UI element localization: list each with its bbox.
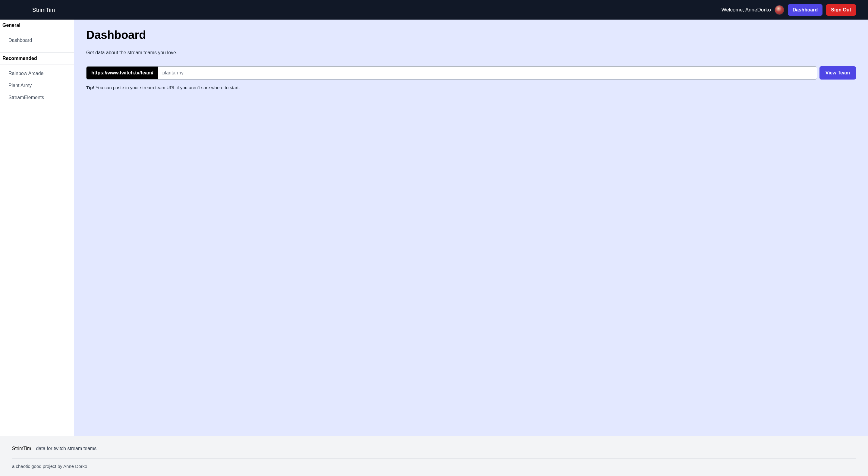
footer: StrimTim data for twitch stream teams a …: [0, 436, 868, 476]
topbar: StrimTim Welcome, AnneDorko Dashboard Si…: [0, 0, 868, 20]
page-subtitle: Get data about the stream teams you love…: [86, 50, 856, 56]
sidebar-items-general: Dashboard: [0, 31, 74, 53]
tip-body: You can paste in your stream team URL if…: [94, 85, 240, 90]
sidebar-item-rainbow-arcade[interactable]: Rainbow Arcade: [0, 67, 74, 80]
avatar[interactable]: [775, 5, 784, 15]
team-slug-input[interactable]: [158, 67, 817, 79]
username: AnneDorko: [745, 7, 771, 13]
sidebar: General Dashboard Recommended Rainbow Ar…: [0, 20, 74, 436]
footer-top: StrimTim data for twitch stream teams: [12, 446, 856, 459]
welcome-prefix: Welcome,: [721, 7, 745, 13]
footer-credit: a chaotic good project by Anne Dorko: [12, 459, 856, 469]
signout-button[interactable]: Sign Out: [826, 4, 856, 16]
team-search-row: https://www.twitch.tv/team/ View Team: [86, 66, 856, 80]
topbar-right: Welcome, AnneDorko Dashboard Sign Out: [721, 4, 856, 16]
welcome-text: Welcome, AnneDorko: [721, 7, 771, 13]
main-content: Dashboard Get data about the stream team…: [74, 20, 868, 436]
footer-tagline: data for twitch stream teams: [36, 446, 96, 451]
tip-text: Tip! You can paste in your stream team U…: [86, 85, 856, 90]
team-input-group: https://www.twitch.tv/team/: [86, 66, 817, 80]
sidebar-item-dashboard[interactable]: Dashboard: [0, 34, 74, 46]
view-team-button[interactable]: View Team: [819, 66, 856, 80]
tip-label: Tip!: [86, 85, 94, 90]
dashboard-button[interactable]: Dashboard: [788, 4, 823, 16]
url-prefix-addon: https://www.twitch.tv/team/: [87, 67, 158, 79]
sidebar-items-recommended: Rainbow Arcade Plant Army StreamElements: [0, 64, 74, 110]
sidebar-section-recommended: Recommended: [0, 53, 74, 64]
brand-logo[interactable]: StrimTim: [32, 7, 55, 13]
sidebar-item-plant-army[interactable]: Plant Army: [0, 80, 74, 92]
page-title: Dashboard: [86, 29, 856, 41]
content-wrapper: General Dashboard Recommended Rainbow Ar…: [0, 20, 868, 436]
footer-brand[interactable]: StrimTim: [12, 446, 31, 451]
sidebar-section-general: General: [0, 20, 74, 31]
sidebar-item-streamelements[interactable]: StreamElements: [0, 92, 74, 104]
